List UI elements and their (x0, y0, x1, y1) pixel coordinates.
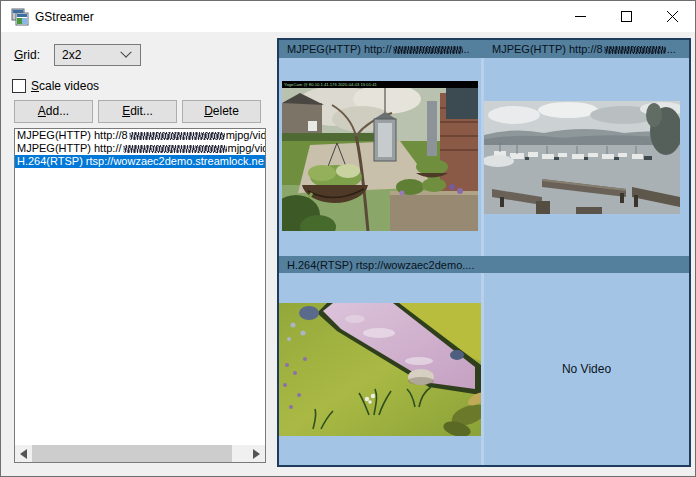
close-button[interactable] (649, 1, 695, 32)
garden-video-frame: YogeCam @ 80.10.1.41.176 2020-04-03 15:0… (282, 81, 478, 231)
marina-video-frame (484, 101, 680, 214)
video-header-top-left: MJPEG(HTTP) http://.. (287, 40, 479, 58)
list-item[interactable]: MJPEG(HTTP) http://8mjpg/vide (15, 129, 265, 142)
scroll-right-icon (253, 449, 260, 459)
video-header-bottom-left: H.264(RTSP) rtsp://wowzaec2demo.... (287, 256, 547, 273)
redacted-url-scribble (129, 132, 225, 140)
horizontal-scrollbar[interactable] (15, 445, 265, 462)
scroll-left-button[interactable] (15, 445, 32, 462)
maximize-button[interactable] (603, 1, 649, 32)
grid-dropdown[interactable]: 2x2 (54, 44, 141, 66)
grid-label: Grid: (14, 48, 40, 62)
scale-videos-checkbox[interactable] (12, 79, 26, 93)
list-item-selected[interactable]: H.264(RTSP) rtsp://wowzaec2demo.streamlo… (15, 155, 265, 168)
video-header-row-top: MJPEG(HTTP) http://.. MJPEG(HTTP) http:/… (279, 40, 689, 58)
minimize-button[interactable] (557, 1, 603, 32)
grass-stream-video-frame (279, 303, 481, 436)
chevron-down-icon (120, 47, 131, 58)
add-button[interactable]: Add... (14, 100, 93, 123)
window-title: GStreamer (35, 10, 94, 24)
scroll-left-icon (20, 449, 27, 459)
scrollbar-thumb[interactable] (32, 445, 232, 462)
redacted-url-scribble (123, 145, 227, 153)
redacted-url-scribble (604, 46, 666, 54)
close-icon (667, 11, 678, 22)
video-header-row-bottom: H.264(RTSP) rtsp://wowzaec2demo.... (279, 256, 689, 273)
no-video-cell: No Video (484, 273, 689, 465)
list-item[interactable]: MJPEG(HTTP) http://mjpg/video (15, 142, 265, 155)
redacted-url-scribble (393, 46, 463, 54)
video-grid-panel: MJPEG(HTTP) http://.. MJPEG(HTTP) http:/… (277, 38, 691, 467)
minimize-icon (575, 11, 586, 22)
scale-videos-label: Scale videos (31, 79, 99, 93)
no-video-label: No Video (562, 362, 611, 376)
app-window: GStreamer Grid: 2x2 Scale videos Add... … (0, 0, 696, 477)
video-header-top-right: MJPEG(HTTP) http://8... (492, 40, 687, 58)
edit-button[interactable]: Edit... (98, 100, 177, 123)
titlebar[interactable]: GStreamer (1, 1, 695, 32)
app-icon (11, 8, 29, 26)
scroll-right-button[interactable] (248, 445, 265, 462)
maximize-icon (621, 11, 632, 22)
grid-dropdown-value: 2x2 (62, 48, 122, 62)
stream-listbox[interactable]: MJPEG(HTTP) http://8mjpg/vide MJPEG(HTTP… (14, 128, 266, 463)
delete-button[interactable]: Delete (182, 100, 261, 123)
svg-text:YogeCam @ 80.10.1.41.176 2020: YogeCam @ 80.10.1.41.176 2020-04-03 15:0… (284, 82, 377, 87)
